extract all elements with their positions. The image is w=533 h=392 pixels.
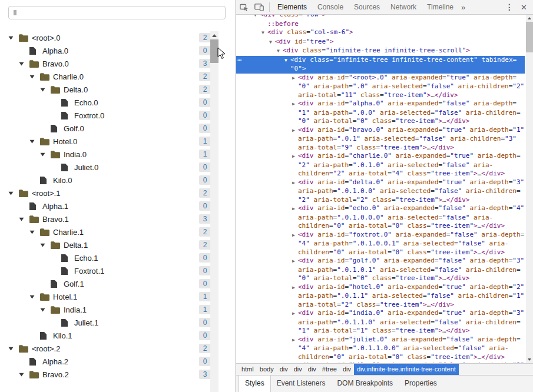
filter-input[interactable]: [8, 6, 226, 19]
node-options-ellipsis[interactable]: ⋯: [237, 56, 241, 65]
devtools-dom-node[interactable]: ▶<div aria-id=​"golf.0"​ aria-expanded=​…: [236, 257, 525, 283]
tree-row[interactable]: <root>.12: [0, 187, 219, 200]
devtools-dom-node[interactable]: ▶<div aria-id=​"alpha.0"​ aria-expanded=…: [236, 99, 525, 126]
collapsed-arrow-icon[interactable]: ▶: [292, 205, 298, 214]
tree-row[interactable]: Kilo.10: [0, 329, 219, 342]
expand-toggle-icon[interactable]: [40, 88, 51, 92]
devtools-dom-node[interactable]: ▶<div aria-id=​"bravo.0"​ aria-expanded=…: [236, 126, 525, 152]
collapsed-arrow-icon[interactable]: ▶: [292, 179, 298, 188]
tree-row[interactable]: India.11: [0, 303, 219, 316]
scroll-up-button[interactable]: [210, 31, 219, 39]
tree-row[interactable]: <root>.02: [0, 31, 219, 44]
breadcrumb-item[interactable]: div.infinite-tree.infinite-tree-content: [354, 364, 459, 375]
collapsed-arrow-icon[interactable]: ▶: [292, 100, 298, 109]
breadcrumb-item[interactable]: div: [291, 364, 305, 375]
expanded-arrow-icon[interactable]: ▼: [269, 38, 275, 47]
sidebar-tab-event-listeners[interactable]: Event Listeners: [271, 376, 332, 392]
collapsed-arrow-icon[interactable]: ▶: [292, 127, 298, 135]
collapsed-arrow-icon[interactable]: ▶: [292, 257, 298, 266]
expand-toggle-icon[interactable]: [29, 75, 40, 79]
breadcrumb-item[interactable]: #tree: [319, 364, 340, 375]
expand-toggle-icon[interactable]: [29, 230, 40, 234]
breadcrumb-item[interactable]: body: [257, 364, 277, 375]
tree-row[interactable]: Foxtrot.10: [0, 264, 219, 277]
expand-toggle-icon[interactable]: [19, 373, 29, 377]
more-tabs-chevron[interactable]: »: [459, 3, 468, 12]
tree-scrollbar[interactable]: [210, 31, 219, 392]
collapsed-arrow-icon[interactable]: ▶: [292, 310, 298, 318]
expand-toggle-icon[interactable]: [29, 139, 40, 144]
tree-row[interactable]: Foxtrot.00: [0, 109, 219, 122]
tab-network[interactable]: Network: [385, 0, 422, 15]
tree-row[interactable]: Alpha.10: [0, 200, 219, 212]
collapsed-arrow-icon[interactable]: ▶: [292, 231, 298, 240]
devtools-dom-node[interactable]: ▶<div aria-id=​"echo.0"​ aria-expanded=​…: [236, 204, 525, 231]
devtools-dom-node[interactable]: ▶<div aria-id=​"foxtrot.0"​ aria-expande…: [236, 231, 525, 257]
sidebar-tab-properties[interactable]: Properties: [399, 376, 443, 392]
devtools-scrollbar[interactable]: [526, 15, 533, 363]
tree-row[interactable]: Echo.00: [0, 96, 219, 109]
devtools-menu-icon[interactable]: ⋮: [501, 2, 518, 12]
tree-row[interactable]: Bravo.13: [0, 212, 219, 225]
expand-toggle-icon[interactable]: [8, 191, 19, 195]
collapsed-arrow-icon[interactable]: ▶: [292, 152, 298, 161]
devtools-dom-node[interactable]: ▶<div aria-id=​"charlie.0"​ aria-expande…: [236, 152, 525, 178]
expand-toggle-icon[interactable]: [29, 295, 40, 299]
expand-toggle-icon[interactable]: [40, 308, 51, 312]
tab-sources[interactable]: Sources: [349, 0, 385, 15]
devtools-dom-node[interactable]: ▼<div class=​"infinite-tree infinite-tre…: [236, 46, 525, 56]
devtools-dom-node[interactable]: ▶<div aria-id=​"<root>.0"​ aria-expanded…: [236, 74, 525, 100]
expand-toggle-icon[interactable]: [19, 217, 29, 221]
devtools-dom-node[interactable]: ▶<div aria-id=​"hotel.0"​ aria-expanded=…: [236, 283, 525, 310]
tree-row[interactable]: Delta.12: [0, 238, 219, 251]
devtools-dom-node[interactable]: ▼<div class=​"col-sm-6"​>: [236, 28, 525, 38]
devtools-dom-node[interactable]: ▼<div class=​"row"​>: [236, 15, 525, 20]
collapsed-content-ellipsis[interactable]: …: [442, 196, 446, 204]
sidebar-tab-dom-breakpoints[interactable]: DOM Breakpoints: [331, 376, 399, 392]
collapsed-content-ellipsis[interactable]: …: [431, 91, 435, 99]
breadcrumb-item[interactable]: div: [277, 364, 291, 375]
devtools-dom-node[interactable]: ::before: [236, 20, 525, 29]
devtools-dom-node[interactable]: ▼<div id=​"tree"​>: [236, 38, 525, 47]
expand-toggle-icon[interactable]: [40, 152, 51, 157]
expand-toggle-icon[interactable]: [40, 243, 51, 247]
sidebar-tab-styles[interactable]: Styles: [239, 376, 271, 392]
tree-row[interactable]: Hotel.11: [0, 290, 219, 303]
tree-row[interactable]: Echo.10: [0, 251, 219, 264]
tab-elements[interactable]: Elements: [272, 0, 312, 15]
collapsed-content-ellipsis[interactable]: …: [442, 327, 446, 334]
tree-row[interactable]: Hotel.01: [0, 135, 219, 148]
tree-row[interactable]: Alpha.00: [0, 44, 219, 57]
tree-row[interactable]: Alpha.20: [0, 355, 219, 368]
inspect-element-icon[interactable]: [236, 0, 251, 15]
devtools-dom-node[interactable]: ▶<div aria-id=​"delta.0"​ aria-expanded=…: [236, 178, 525, 205]
collapsed-content-ellipsis[interactable]: …: [442, 117, 446, 125]
expand-toggle-icon[interactable]: [8, 347, 19, 351]
collapsed-content-ellipsis[interactable]: …: [442, 274, 446, 282]
breadcrumb-item[interactable]: div: [340, 364, 354, 375]
tree-row[interactable]: Juliet.00: [0, 161, 219, 174]
tree-row[interactable]: Bravo.03: [0, 57, 219, 70]
tree-row[interactable]: Kilo.00: [0, 174, 219, 187]
expanded-arrow-icon[interactable]: ▼: [254, 15, 260, 20]
tab-console[interactable]: Console: [312, 0, 349, 15]
tree-row[interactable]: Charlie.02: [0, 70, 219, 83]
devtools-scroll-up-button[interactable]: [526, 15, 533, 22]
breadcrumb-item[interactable]: div: [305, 364, 319, 375]
collapsed-arrow-icon[interactable]: ▶: [292, 336, 298, 345]
expanded-arrow-icon[interactable]: ▼: [277, 47, 283, 56]
expanded-arrow-icon[interactable]: ▼: [284, 57, 290, 65]
devtools-dom-node[interactable]: ▶<div aria-id=​"juliet.0"​ aria-expanded…: [236, 335, 525, 362]
expand-toggle-icon[interactable]: [19, 62, 29, 66]
tree-row[interactable]: Bravo.23: [0, 368, 219, 381]
devtools-dom-node[interactable]: ▶<div aria-id=​"india.0"​ aria-expanded=…: [236, 309, 525, 335]
expanded-arrow-icon[interactable]: ▼: [261, 29, 267, 38]
tree-row[interactable]: Juliet.10: [0, 316, 219, 329]
devtools-scroll-down-button[interactable]: [526, 356, 533, 363]
tree-row[interactable]: Delta.02: [0, 83, 219, 96]
devtools-scrollbar-thumb[interactable]: [526, 22, 533, 52]
tree-row[interactable]: India.01: [0, 148, 219, 161]
tree-row[interactable]: Charlie.12: [0, 225, 219, 238]
device-toolbar-icon[interactable]: [251, 0, 267, 15]
expand-toggle-icon[interactable]: [8, 36, 19, 40]
